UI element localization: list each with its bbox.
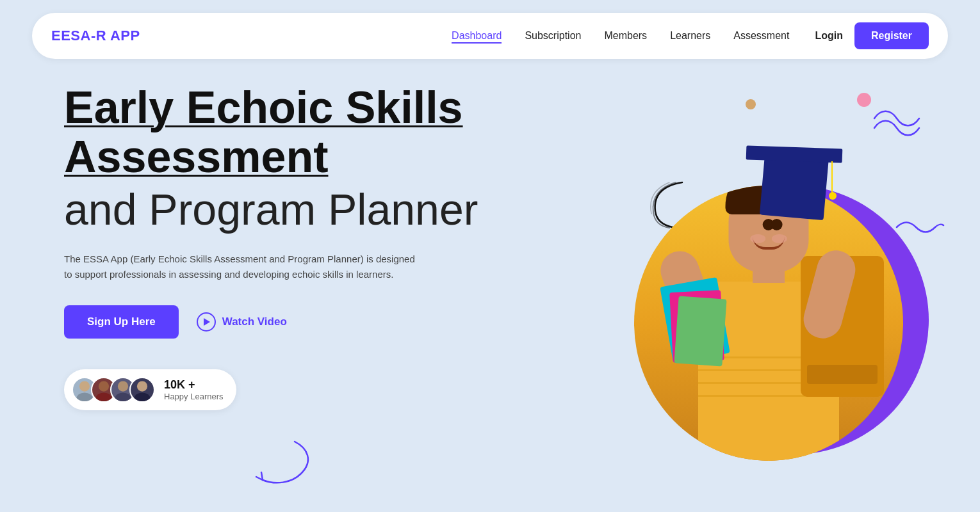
svg-point-3: [95, 392, 111, 403]
nav-assessment[interactable]: Assessment: [733, 30, 789, 41]
signup-button[interactable]: Sign Up Here: [64, 305, 179, 339]
play-icon: [197, 312, 216, 332]
nav-right: Login Register: [815, 22, 929, 49]
watch-video-button[interactable]: Watch Video: [197, 312, 287, 332]
nav-links: Dashboard Subscription Members Learners …: [452, 30, 789, 42]
graduation-cap: [743, 141, 845, 218]
nav-members[interactable]: Members: [604, 30, 647, 41]
hero-section: Early Echoic Skills Assessment and Progr…: [64, 83, 576, 410]
hero-buttons: Sign Up Here Watch Video: [64, 305, 576, 339]
badge-text: 10K + Happy Learners: [164, 378, 224, 401]
svg-point-4: [118, 381, 128, 391]
login-button[interactable]: Login: [815, 30, 843, 42]
register-button[interactable]: Register: [854, 22, 929, 49]
hero-child-image: [634, 186, 903, 461]
app-logo[interactable]: EESA-R APP: [51, 28, 140, 44]
play-triangle: [204, 318, 210, 326]
badge-label: Happy Learners: [164, 392, 224, 401]
hero-title-2: Assessment: [64, 132, 576, 182]
decorative-arrow: [243, 435, 320, 486]
svg-point-1: [76, 392, 92, 403]
hero-title-1: Early Echoic Skills: [64, 83, 576, 132]
nav-subscription[interactable]: Subscription: [525, 30, 581, 41]
nav-learners[interactable]: Learners: [670, 30, 710, 41]
hero-title-3: and Program Planner: [64, 186, 576, 234]
svg-point-0: [79, 381, 90, 391]
learners-badge: 10K + Happy Learners: [64, 369, 236, 410]
navbar: EESA-R APP Dashboard Subscription Member…: [32, 13, 948, 59]
nav-dashboard[interactable]: Dashboard: [452, 30, 502, 44]
svg-point-2: [99, 381, 109, 391]
avatar-4: [129, 377, 155, 403]
hero-image-container: [608, 64, 942, 474]
svg-point-7: [134, 392, 150, 403]
hero-description: The ESSA App (Early Echoic Skills Assess…: [64, 252, 423, 282]
svg-point-5: [115, 392, 131, 403]
avatar-group: [72, 377, 155, 403]
badge-count: 10K +: [164, 378, 224, 392]
svg-point-6: [137, 381, 147, 391]
